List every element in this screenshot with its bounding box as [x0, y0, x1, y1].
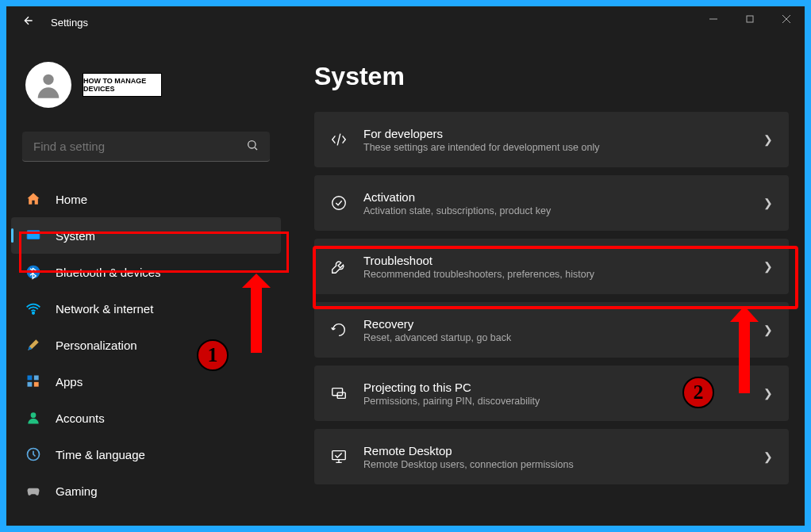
profile-logo: HOW TO MANAGE DEVICES: [83, 73, 162, 97]
person-icon: [25, 410, 41, 426]
chevron-right-icon: ❯: [763, 450, 773, 463]
sidebar: HOW TO MANAGE DEVICES Home S: [6, 38, 286, 526]
minimize-button[interactable]: [695, 6, 732, 32]
avatar: [25, 62, 71, 108]
svg-rect-12: [34, 376, 39, 381]
chevron-right-icon: ❯: [763, 197, 773, 209]
nav-label: Personalization: [56, 339, 137, 352]
search-icon: [246, 139, 259, 155]
card-title: For developers: [363, 127, 748, 140]
nav-system[interactable]: System: [11, 217, 281, 254]
home-icon: [25, 191, 41, 207]
svg-rect-14: [34, 382, 39, 387]
card-title: Remote Desktop: [363, 444, 748, 457]
card-subtitle: Activation state, subscriptions, product…: [363, 205, 748, 216]
svg-point-5: [248, 141, 256, 148]
back-button[interactable]: [22, 14, 35, 30]
chevron-right-icon: ❯: [763, 133, 773, 146]
card-troubleshoot[interactable]: Troubleshoot Recommended troubleshooters…: [314, 239, 789, 294]
card-title: Recovery: [363, 317, 748, 331]
project-icon: [330, 385, 348, 402]
main-content: System For developers These settings are…: [286, 38, 805, 526]
card-recovery[interactable]: Recovery Reset, advanced startup, go bac…: [314, 302, 789, 358]
card-projecting[interactable]: Projecting to this PC Permissions, pairi…: [314, 366, 789, 421]
nav-time-language[interactable]: Time & language: [6, 436, 286, 473]
nav-personalization[interactable]: Personalization: [6, 327, 286, 363]
window-controls: [695, 6, 805, 32]
card-subtitle: Recommended troubleshooters, preferences…: [363, 269, 748, 280]
wifi-icon: [25, 300, 41, 316]
svg-point-15: [31, 412, 37, 418]
profile-section[interactable]: HOW TO MANAGE DEVICES: [6, 46, 286, 132]
gamepad-icon: [25, 483, 41, 499]
nav-label: System: [56, 229, 95, 243]
nav-label: Bluetooth & devices: [56, 266, 161, 279]
card-activation[interactable]: Activation Activation state, subscriptio…: [314, 175, 789, 231]
card-subtitle: Remote Desktop users, connection permiss…: [363, 459, 748, 470]
svg-rect-1: [747, 16, 753, 22]
nav-home[interactable]: Home: [6, 181, 286, 217]
remote-icon: [330, 448, 348, 465]
card-subtitle: Reset, advanced startup, go back: [363, 332, 748, 343]
card-subtitle: Permissions, pairing PIN, discoverabilit…: [363, 396, 748, 407]
svg-point-17: [332, 197, 346, 210]
bluetooth-icon: [25, 264, 41, 280]
chevron-right-icon: ❯: [763, 260, 773, 273]
nav-bluetooth[interactable]: Bluetooth & devices: [6, 254, 286, 290]
nav-label: Time & language: [56, 448, 145, 461]
svg-point-10: [33, 312, 35, 315]
brush-icon: [25, 337, 41, 353]
nav-list: Home System Bluetooth & devices Network …: [6, 174, 286, 515]
card-title: Activation: [363, 190, 748, 204]
nav-label: Apps: [56, 375, 83, 388]
wrench-icon: [330, 258, 348, 275]
card-remote-desktop[interactable]: Remote Desktop Remote Desktop users, con…: [314, 429, 789, 484]
nav-label: Accounts: [56, 411, 105, 425]
card-for-developers[interactable]: For developers These settings are intend…: [314, 112, 789, 167]
nav-apps[interactable]: Apps: [6, 363, 286, 400]
check-circle-icon: [330, 194, 348, 212]
system-icon: [25, 228, 41, 243]
svg-point-4: [43, 75, 53, 85]
nav-network[interactable]: Network & internet: [6, 290, 286, 327]
svg-line-6: [255, 147, 257, 150]
svg-rect-13: [28, 382, 33, 387]
developers-icon: [330, 131, 348, 148]
recovery-icon: [330, 321, 348, 339]
nav-accounts[interactable]: Accounts: [6, 400, 286, 436]
window-title: Settings: [51, 17, 88, 29]
nav-label: Network & internet: [56, 302, 153, 316]
nav-gaming[interactable]: Gaming: [6, 473, 286, 509]
clock-icon: [25, 446, 41, 462]
svg-point-9: [27, 266, 40, 279]
card-title: Projecting to this PC: [363, 381, 748, 394]
svg-rect-11: [28, 376, 33, 381]
page-title: System: [314, 62, 789, 91]
search-input[interactable]: [22, 132, 270, 162]
apps-icon: [25, 373, 41, 389]
close-button[interactable]: [768, 6, 805, 32]
titlebar: Settings: [6, 6, 805, 38]
nav-label: Home: [56, 193, 87, 206]
svg-rect-8: [28, 231, 40, 239]
settings-window: Settings HOW TO MANAGE DEVICES: [6, 6, 805, 526]
maximize-button[interactable]: [732, 6, 768, 32]
chevron-right-icon: ❯: [763, 323, 773, 336]
nav-label: Gaming: [56, 484, 98, 498]
card-subtitle: These settings are intended for developm…: [363, 142, 748, 153]
card-title: Troubleshoot: [363, 254, 748, 267]
chevron-right-icon: ❯: [763, 387, 773, 400]
